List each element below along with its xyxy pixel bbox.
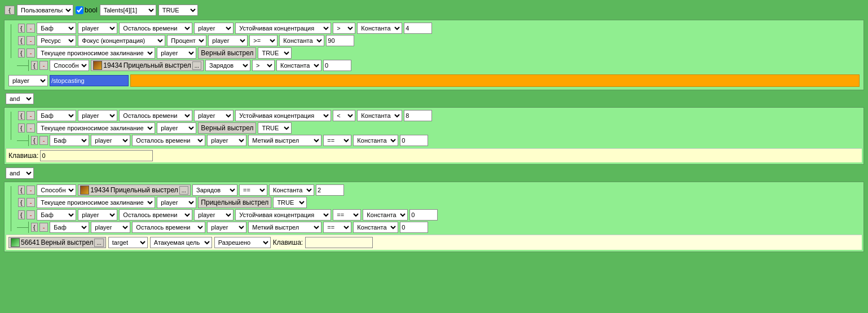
b1r3-minus[interactable]: - — [27, 49, 36, 58]
b3r4-stat[interactable]: Меткий выстрел — [248, 222, 321, 233]
header-true-select[interactable]: TRUE — [158, 5, 198, 16]
b1r4-minus[interactable]: - — [39, 61, 49, 70]
b3-key-input[interactable] — [305, 237, 373, 248]
b3r3-stat[interactable]: Устойчивая концентрация — [235, 209, 331, 221]
b3r4-op[interactable]: == — [323, 222, 351, 233]
b2r3-minus[interactable]: - — [39, 136, 49, 145]
b2r3-stat[interactable]: Меткий выстрел — [248, 135, 321, 146]
b1r3-bool[interactable]: TRUE — [258, 47, 292, 59]
and-select-1[interactable]: and — [6, 93, 34, 104]
b2r3-op[interactable]: == — [323, 135, 351, 146]
b1r3-target[interactable]: player — [157, 47, 196, 59]
b1r1-vtype[interactable]: Константа — [357, 23, 402, 34]
b3-action-dots[interactable]: ... — [94, 239, 103, 247]
b2r1-target2[interactable]: player — [194, 110, 233, 121]
header-bool-checkbox[interactable] — [76, 6, 83, 14]
b3r1-cat[interactable]: Способность — [37, 184, 76, 196]
b3r2-target[interactable]: player — [157, 197, 196, 208]
b3r1-curly[interactable]: { — [18, 186, 25, 195]
b3r4-curly[interactable]: { — [31, 223, 38, 232]
b2r2-minus[interactable]: - — [27, 124, 36, 133]
b2r3-vtype[interactable]: Константа — [353, 135, 398, 146]
b2r1-prop[interactable]: Осталось времени — [119, 110, 192, 121]
b3r3-op[interactable]: == — [333, 209, 361, 221]
b3r4-vtype[interactable]: Константа — [353, 222, 398, 233]
b3-action-target[interactable]: target — [108, 237, 148, 248]
b1r2-curly[interactable]: { — [18, 36, 25, 45]
b3r2-minus[interactable]: - — [27, 198, 36, 207]
b3r4-prop[interactable]: Осталось времени — [132, 222, 205, 233]
header-talents-select[interactable]: Talents[4][1] — [100, 5, 156, 16]
b2r3-curly[interactable]: { — [31, 136, 38, 145]
b1r1-op[interactable]: > — [333, 23, 355, 34]
b1r1-minus[interactable]: - — [27, 24, 36, 33]
b2r1-minus[interactable]: - — [27, 111, 36, 120]
b3r3-minus[interactable]: - — [27, 210, 36, 219]
b2r1-curly[interactable]: { — [18, 111, 25, 120]
b3r3-cat[interactable]: Баф — [37, 209, 76, 221]
b3r2-bool[interactable]: TRUE — [273, 197, 307, 208]
b1r2-prop[interactable]: Фокус (концентрация) — [78, 35, 165, 46]
b2r1-stat[interactable]: Устойчивая концентрация — [235, 110, 331, 121]
b1r4-dots[interactable]: ... — [192, 61, 201, 70]
b2r2-bool[interactable]: TRUE — [258, 122, 292, 134]
b1r3-cat[interactable]: Текущее произносимое заклинание — [37, 47, 155, 59]
b2r3-cat[interactable]: Баф — [50, 135, 89, 146]
b2r3-target[interactable]: player — [91, 135, 130, 146]
b2r1-vtype[interactable]: Константа — [357, 110, 402, 121]
b3r3-curly[interactable]: { — [18, 210, 25, 219]
b3r3-prop[interactable]: Осталось времени — [119, 209, 192, 221]
b1-action-target[interactable]: player — [8, 75, 48, 86]
b2r1-target[interactable]: player — [78, 110, 117, 121]
b1r4-op[interactable]: > — [252, 60, 275, 71]
b3r1-op[interactable]: == — [239, 184, 267, 196]
b1r1-target2[interactable]: player — [194, 23, 233, 34]
b2-key-input[interactable] — [40, 150, 153, 161]
header-code-select[interactable]: Пользовательский код — [17, 5, 73, 16]
b1r1-value[interactable] — [404, 23, 432, 34]
b2r3-prop[interactable]: Осталось времени — [132, 135, 205, 146]
b1r2-cat[interactable]: Ресурс — [37, 35, 76, 46]
b3-action-target2[interactable]: Атакуемая цель — [150, 237, 212, 248]
b2r3-target2[interactable]: player — [207, 135, 246, 146]
b1r1-prop[interactable]: Осталось времени — [119, 23, 192, 34]
b3r4-value[interactable] — [400, 222, 428, 233]
b2r1-value[interactable] — [404, 110, 432, 121]
b2r2-curly[interactable]: { — [18, 124, 25, 133]
b3r1-vtype[interactable]: Константа — [269, 184, 314, 196]
b3r2-cat[interactable]: Текущее произносимое заклинание — [37, 197, 155, 208]
b3r4-target2[interactable]: player — [207, 222, 246, 233]
b1r4-vtype[interactable]: Константа — [276, 60, 321, 71]
b3r3-target2[interactable]: player — [194, 209, 233, 221]
b1r2-target[interactable]: player — [208, 35, 248, 46]
b3r1-dots[interactable]: ... — [179, 186, 188, 195]
b2r2-cat[interactable]: Текущее произносимое заклинание — [37, 122, 155, 134]
b1r4-value[interactable] — [323, 60, 351, 71]
b1-action-command[interactable] — [50, 75, 129, 86]
b1r2-vtype[interactable]: Константа — [279, 35, 324, 46]
b1r1-target[interactable]: player — [78, 23, 117, 34]
b1r4-curly[interactable]: { — [31, 61, 38, 70]
b1r1-cat[interactable]: Баф — [37, 23, 76, 34]
and-select-2[interactable]: and — [6, 167, 34, 179]
b1r4-prop[interactable]: Зарядов — [205, 60, 250, 71]
b1r3-curly[interactable]: { — [18, 49, 25, 58]
b3r4-target[interactable]: player — [91, 222, 130, 233]
b2r2-target[interactable]: player — [157, 122, 196, 134]
b3r4-cat[interactable]: Баф — [50, 222, 89, 233]
b2r3-value[interactable] — [400, 135, 428, 146]
b1r2-op[interactable]: >= — [249, 35, 277, 46]
b3r1-prop[interactable]: Зарядов — [192, 184, 237, 196]
b3r2-curly[interactable]: { — [18, 198, 25, 207]
b1r1-stat[interactable]: Устойчивая концентрация — [235, 23, 331, 34]
b1r4-cat[interactable]: Способность — [50, 60, 89, 71]
b1r2-value[interactable] — [326, 35, 354, 46]
b3r3-target[interactable]: player — [78, 209, 117, 221]
b2r1-op[interactable]: < — [333, 110, 355, 121]
b1r2-unit[interactable]: Процент — [167, 35, 206, 46]
b2r1-cat[interactable]: Баф — [37, 110, 76, 121]
b3r3-value[interactable] — [409, 209, 438, 221]
b3r1-minus[interactable]: - — [27, 186, 36, 195]
b1r2-minus[interactable]: - — [27, 36, 36, 45]
b3r1-value[interactable] — [316, 184, 344, 196]
